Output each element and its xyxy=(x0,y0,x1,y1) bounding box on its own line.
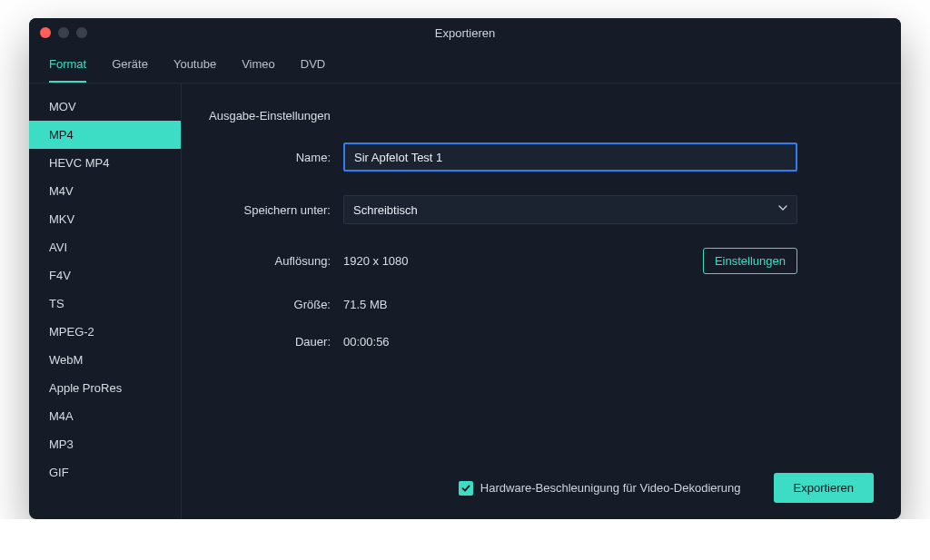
main-panel: Ausgabe-Einstellungen Name: Speichern un… xyxy=(182,84,901,519)
sidebar-item-mp3[interactable]: MP3 xyxy=(29,430,181,458)
checkmark-icon xyxy=(459,481,473,496)
save-location-label: Speichern unter: xyxy=(209,203,343,217)
hw-accel-label: Hardware-Beschleunigung für Video-Dekodi… xyxy=(480,481,741,495)
maximize-window-button[interactable] xyxy=(76,27,87,38)
tab-bar: Format Geräte Youtube Vimeo DVD xyxy=(29,47,901,84)
hw-accel-checkbox[interactable]: Hardware-Beschleunigung für Video-Dekodi… xyxy=(459,481,741,496)
row-duration: Dauer: 00:00:56 xyxy=(209,335,874,349)
export-dialog: Exportieren Format Geräte Youtube Vimeo … xyxy=(29,18,901,519)
size-value: 71.5 MB xyxy=(343,298,874,311)
settings-button[interactable]: Einstellungen xyxy=(703,248,797,274)
row-size: Größe: 71.5 MB xyxy=(209,298,874,311)
sidebar-item-m4v[interactable]: M4V xyxy=(29,177,181,205)
tab-vimeo[interactable]: Vimeo xyxy=(242,47,275,83)
sidebar-item-hevc-mp4[interactable]: HEVC MP4 xyxy=(29,149,181,177)
save-location-select[interactable]: Schreibtisch xyxy=(343,195,797,224)
size-label: Größe: xyxy=(209,298,343,311)
sidebar-item-mpeg2[interactable]: MPEG-2 xyxy=(29,318,181,346)
output-settings-form: Name: Speichern unter: Schreibtisch xyxy=(209,142,874,466)
dialog-body: MOV MP4 HEVC MP4 M4V MKV AVI F4V TS MPEG… xyxy=(29,84,901,519)
row-name: Name: xyxy=(209,142,874,172)
chevron-down-icon xyxy=(778,205,787,214)
close-window-button[interactable] xyxy=(40,27,51,38)
sidebar-item-ts[interactable]: TS xyxy=(29,290,181,318)
tab-devices[interactable]: Geräte xyxy=(112,47,148,83)
duration-label: Dauer: xyxy=(209,335,343,349)
tab-format[interactable]: Format xyxy=(49,47,86,83)
name-input[interactable] xyxy=(343,142,797,172)
dialog-footer: Hardware-Beschleunigung für Video-Dekodi… xyxy=(209,466,874,503)
format-sidebar: MOV MP4 HEVC MP4 M4V MKV AVI F4V TS MPEG… xyxy=(29,84,182,519)
tab-youtube[interactable]: Youtube xyxy=(173,47,216,83)
window-controls xyxy=(40,27,87,38)
sidebar-item-prores[interactable]: Apple ProRes xyxy=(29,374,181,402)
sidebar-item-mp4[interactable]: MP4 xyxy=(29,121,181,149)
sidebar-item-webm[interactable]: WebM xyxy=(29,346,181,374)
duration-value: 00:00:56 xyxy=(343,335,874,349)
sidebar-item-mov[interactable]: MOV xyxy=(29,93,181,121)
row-save-location: Speichern unter: Schreibtisch xyxy=(209,195,874,224)
export-button[interactable]: Exportieren xyxy=(774,473,874,503)
sidebar-item-gif[interactable]: GIF xyxy=(29,458,181,486)
minimize-window-button[interactable] xyxy=(58,27,69,38)
titlebar: Exportieren xyxy=(29,18,901,47)
sidebar-item-f4v[interactable]: F4V xyxy=(29,261,181,290)
window-title: Exportieren xyxy=(435,26,495,40)
name-label: Name: xyxy=(209,151,343,164)
sidebar-item-avi[interactable]: AVI xyxy=(29,233,181,261)
sidebar-item-mkv[interactable]: MKV xyxy=(29,205,181,233)
tab-dvd[interactable]: DVD xyxy=(301,47,325,83)
resolution-label: Auflösung: xyxy=(209,254,343,268)
sidebar-item-m4a[interactable]: M4A xyxy=(29,402,181,430)
section-title: Ausgabe-Einstellungen xyxy=(209,109,874,123)
row-resolution: Auflösung: 1920 x 1080 Einstellungen xyxy=(209,248,874,274)
save-location-value: Schreibtisch xyxy=(353,203,418,217)
resolution-value: 1920 x 1080 xyxy=(343,254,409,268)
